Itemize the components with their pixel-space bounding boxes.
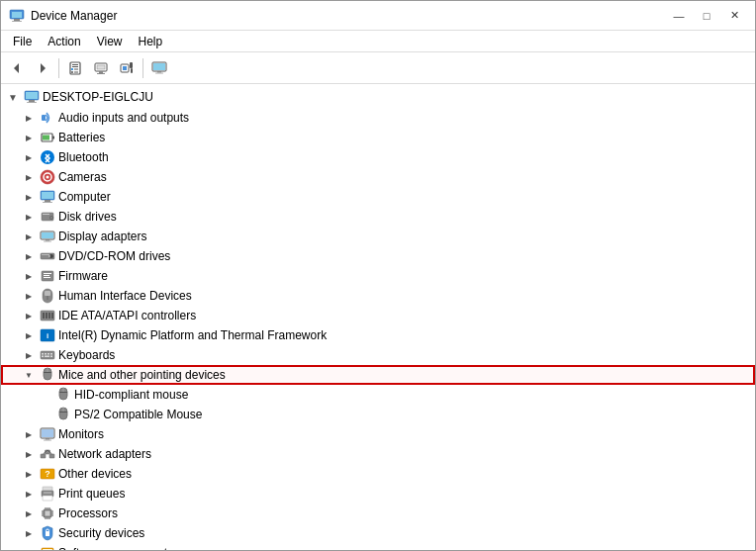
close-button[interactable]: ✕ [721,6,747,26]
tree-item-dvd[interactable]: ▶ DVD/CD-ROM drives [1,246,755,266]
tree-item-audio[interactable]: ▶ Audio inputs and outputs [1,108,755,128]
properties-icon [68,61,82,75]
audio-icon [40,110,55,126]
svg-rect-72 [42,356,44,358]
tree-item-ide[interactable]: ▶ IDE ATA/ATAPI controllers [1,306,755,325]
bluetooth-expand-icon: ▶ [21,149,37,165]
tree-item-hid[interactable]: ▶ Human Interface Devices [1,286,755,306]
svg-rect-98 [43,496,52,501]
tree-item-monitors[interactable]: ▶ Monitors [1,424,755,444]
svg-rect-1 [12,12,22,18]
toolbar-back-button[interactable] [5,56,29,80]
svg-marker-5 [41,63,46,73]
tree-item-network[interactable]: ▶ Network adapters [1,444,755,464]
toolbar-scan-button[interactable] [115,56,139,80]
tree-item-other[interactable]: ▶ ? Other devices [1,464,755,484]
tree-item-firmware[interactable]: ▶ Firmware [1,266,755,286]
svg-rect-89 [49,454,54,458]
batteries-expand-icon: ▶ [21,130,37,145]
tree-item-cameras[interactable]: ▶ Cameras [1,167,755,187]
svg-rect-47 [46,239,49,241]
svg-rect-15 [99,71,103,73]
svg-rect-64 [51,313,53,319]
display-icon [151,61,167,75]
computer-label: Computer [58,190,111,204]
svg-rect-18 [123,66,127,70]
tree-item-display[interactable]: ▶ Display adapters [1,227,755,246]
svg-rect-97 [44,493,51,494]
processors-label: Processors [58,506,118,520]
ide-expand-icon: ▶ [21,308,37,323]
tree-item-hid-mouse[interactable]: ▶ HID-compliant mouse [1,385,755,405]
svg-rect-46 [42,232,53,238]
menu-view[interactable]: View [89,33,131,50]
svg-rect-50 [42,254,49,255]
svg-rect-71 [50,353,52,355]
ide-icon [40,308,55,323]
menu-bar: File Action View Help [1,31,755,52]
toolbar-display-button[interactable] [147,56,171,80]
bluetooth-icon [40,149,55,165]
tree-item-security[interactable]: ▶ Security devices [1,523,755,543]
security-icon [40,525,55,541]
tree-item-processors[interactable]: ▶ Processors [1,504,755,523]
software-components-label: Software components [58,546,173,550]
tree-item-mice[interactable]: ▼ Mice and other pointing devices [1,365,755,385]
tree-item-software-components[interactable]: ▶ Software components [1,543,755,550]
tree-item-print[interactable]: ▶ Print queues [1,484,755,504]
keyboards-label: Keyboards [58,348,115,362]
monitors-expand-icon: ▶ [21,426,37,442]
svg-rect-40 [43,202,52,203]
scan-icon [120,61,134,75]
toolbar-update-button[interactable] [89,56,113,80]
maximize-button[interactable]: □ [694,6,719,26]
tree-item-bluetooth[interactable]: ▶ Bluetooth [1,147,755,167]
svg-point-11 [71,71,73,73]
toolbar-forward-button[interactable] [31,56,54,80]
tree-item-computer[interactable]: ▶ Computer [1,187,755,207]
keyboards-expand-icon: ▶ [21,347,37,363]
menu-help[interactable]: Help [131,33,171,50]
svg-rect-82 [59,412,67,413]
svg-rect-14 [97,65,105,69]
processor-icon [40,505,55,521]
main-content: ▼ DESKTOP-EIGLCJU ▶ Audio inputs [1,84,755,550]
forward-icon [36,61,49,75]
software-components-icon [40,545,55,550]
menu-file[interactable]: File [5,33,40,50]
tree-root[interactable]: ▼ DESKTOP-EIGLCJU [1,86,755,108]
tree-item-intel[interactable]: ▶ i Intel(R) Dynamic Platform and Therma… [1,325,755,345]
svg-rect-76 [44,372,51,373]
tree-panel[interactable]: ▼ DESKTOP-EIGLCJU ▶ Audio inputs [1,84,755,550]
tree-item-ps2-mouse[interactable]: ▶ PS/2 Compatible Mouse [1,405,755,424]
title-text: Device Manager [31,9,117,23]
update-icon [94,61,108,75]
tree-item-keyboards[interactable]: ▶ Keyboards [1,345,755,365]
camera-icon [40,169,55,185]
network-label: Network adapters [58,447,151,461]
svg-rect-32 [52,137,54,139]
toolbar-separator [58,58,59,78]
mouse-icon [40,367,55,383]
computer-icon [40,189,55,205]
ide-label: IDE ATA/ATAPI controllers [58,309,196,322]
minimize-button[interactable]: — [666,6,692,26]
computer-expand-icon: ▶ [21,189,37,205]
hid-icon [40,288,55,304]
svg-rect-48 [44,241,51,242]
svg-rect-74 [50,356,52,358]
toolbar-properties-button[interactable] [63,56,87,80]
menu-action[interactable]: Action [40,33,88,50]
back-icon [10,61,24,75]
svg-rect-42 [43,214,49,215]
svg-rect-3 [12,21,22,22]
svg-rect-29 [42,115,46,121]
tree-item-batteries[interactable]: ▶ Batteries [1,128,755,147]
tree-item-diskdrives[interactable]: ▶ Disk drives [1,207,755,227]
monitors-label: Monitors [58,427,104,441]
display-expand-icon: ▶ [21,229,37,244]
svg-rect-100 [46,511,50,516]
root-computer-icon [24,89,40,105]
other-expand-icon: ▶ [21,466,37,482]
svg-rect-38 [42,192,53,199]
